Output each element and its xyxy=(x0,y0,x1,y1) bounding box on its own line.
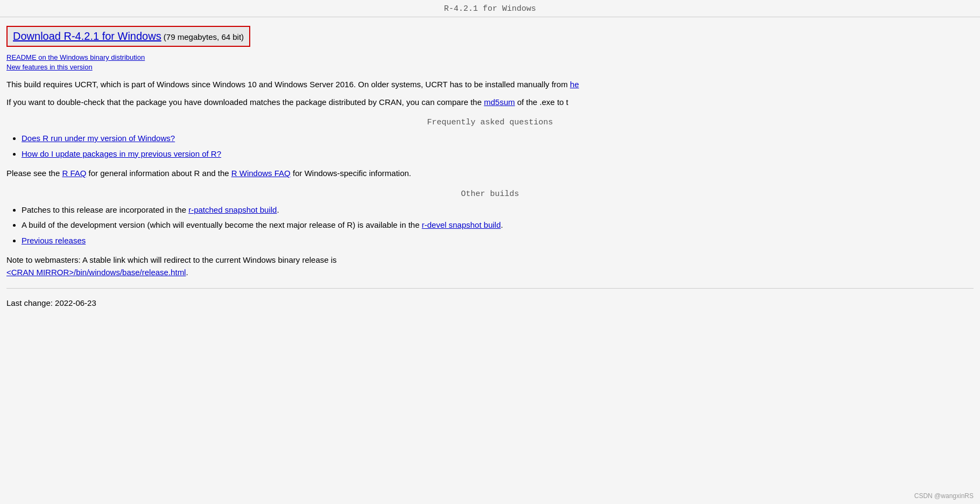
faq-list: Does R run under my version of Windows? … xyxy=(22,132,974,160)
ucrt-paragraph: This build requires UCRT, which is part … xyxy=(6,79,974,91)
rwindows-faq-link[interactable]: R Windows FAQ xyxy=(231,169,291,178)
patched-text-after: . xyxy=(277,205,279,214)
download-link[interactable]: Download R-4.2.1 for Windows xyxy=(13,30,161,42)
md5-text-after: of the .exe to t xyxy=(515,97,568,107)
note-line1: Note to webmasters: A stable link which … xyxy=(6,255,337,264)
previous-releases-item: Previous releases xyxy=(22,235,974,247)
faq-item-1: Does R run under my version of Windows? xyxy=(22,132,974,145)
faq-note-paragraph: Please see the R FAQ for general informa… xyxy=(6,167,974,180)
devel-snapshot-link[interactable]: r-devel snapshot build xyxy=(422,220,501,229)
note-link-after: . xyxy=(186,268,188,277)
ucrt-link[interactable]: he xyxy=(570,80,579,89)
devel-text-after: . xyxy=(501,220,503,229)
new-features-link[interactable]: New features in this version xyxy=(6,63,980,71)
patched-snapshot-link[interactable]: r-patched snapshot build xyxy=(188,205,277,214)
faq-note-middle: for general information about R and the xyxy=(86,169,231,178)
faq-link-1[interactable]: Does R run under my version of Windows? xyxy=(22,134,175,143)
md5-link[interactable]: md5sum xyxy=(484,97,515,107)
faq-note-after: for Windows-specific information. xyxy=(291,169,411,178)
cran-mirror-link[interactable]: <CRAN MIRROR>/bin/windows/base/release.h… xyxy=(6,268,186,277)
faq-item-2: How do I update packages in my previous … xyxy=(22,148,974,160)
main-content: This build requires UCRT, which is part … xyxy=(6,79,974,247)
horizontal-divider xyxy=(6,288,974,289)
faq-note-before: Please see the xyxy=(6,169,62,178)
download-header-box: Download R-4.2.1 for Windows (79 megabyt… xyxy=(6,26,250,47)
note-to-webmasters-section: Note to webmasters: A stable link which … xyxy=(6,254,974,278)
top-bar-title: R-4.2.1 for Windows xyxy=(444,4,536,13)
download-size: (79 megabytes, 64 bit) xyxy=(164,32,244,41)
sub-links-section: README on the Windows binary distributio… xyxy=(6,53,980,71)
patched-text-before: Patches to this release are incorporated… xyxy=(22,205,188,214)
previous-releases-link[interactable]: Previous releases xyxy=(22,236,86,245)
faq-link-2[interactable]: How do I update packages in my previous … xyxy=(22,149,221,158)
other-builds-title: Other builds xyxy=(6,190,974,199)
readme-link[interactable]: README on the Windows binary distributio… xyxy=(6,53,980,61)
top-bar: R-4.2.1 for Windows xyxy=(0,0,980,17)
note-link-line: <CRAN MIRROR>/bin/windows/base/release.h… xyxy=(6,267,974,279)
note-to-webmasters-text: Note to webmasters: A stable link which … xyxy=(6,254,974,267)
devel-text-before: A build of the development version (whic… xyxy=(22,220,422,229)
last-change-text: Last change: 2022-06-23 xyxy=(6,298,974,307)
md5-text-before: If you want to double-check that the pac… xyxy=(6,97,484,107)
rfaq-link[interactable]: R FAQ xyxy=(62,169,86,178)
md5-paragraph: If you want to double-check that the pac… xyxy=(6,96,974,109)
faq-section-title: Frequently asked questions xyxy=(6,118,974,127)
other-build-item-2: A build of the development version (whic… xyxy=(22,219,974,232)
other-builds-list: Patches to this release are incorporated… xyxy=(22,204,974,247)
other-build-item-1: Patches to this release are incorporated… xyxy=(22,204,974,216)
ucrt-text-before: This build requires UCRT, which is part … xyxy=(6,80,570,89)
